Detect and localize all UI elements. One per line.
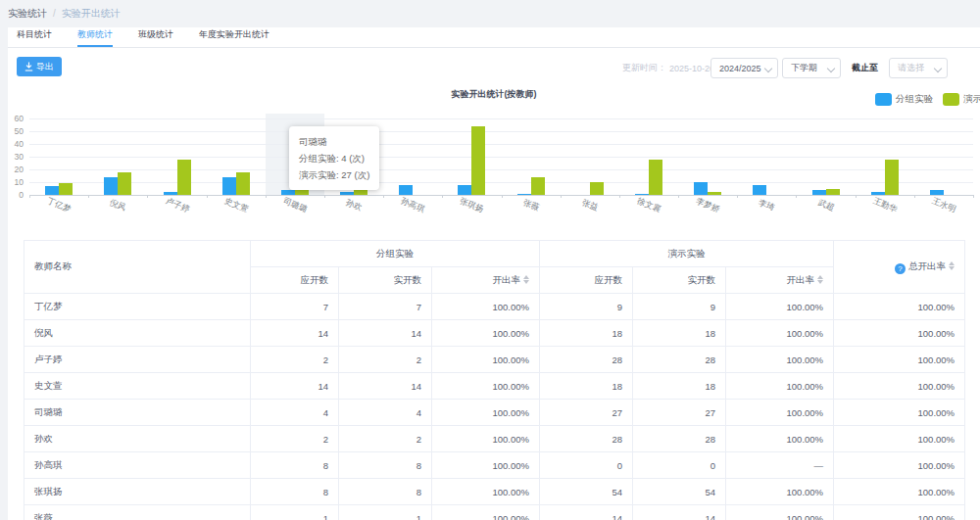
value-cell: 14 xyxy=(339,373,432,400)
bar-分组实验-张薇[interactable] xyxy=(517,194,531,195)
tab-bar: 科目统计教师统计班级统计年度实验开出统计 xyxy=(8,27,980,48)
bar-演示实验-张益[interactable] xyxy=(590,182,604,195)
value-cell: 0 xyxy=(633,452,726,479)
bar-演示实验-张琪扬[interactable] xyxy=(471,126,485,195)
x-axis-label: 武超 xyxy=(815,197,835,213)
bar-演示实验-卢子婷[interactable] xyxy=(177,160,191,195)
breadcrumb-item-parent[interactable]: 实验统计 xyxy=(8,7,47,21)
bar-分组实验-徐文襄[interactable] xyxy=(635,194,649,195)
term-select[interactable]: 下学期 xyxy=(782,58,841,78)
bar-分组实验-孙欢[interactable] xyxy=(340,192,354,195)
bar-分组实验-史文萱[interactable] xyxy=(222,177,236,195)
school-year-select[interactable]: 2024/2025 xyxy=(710,58,778,78)
col-header-0-1: 实开数 xyxy=(339,267,432,294)
value-cell: 28 xyxy=(540,426,633,452)
bar-分组实验-李琦[interactable] xyxy=(753,185,766,195)
value-cell: 100.00% xyxy=(834,400,965,426)
col-group-0: 分组实验 xyxy=(251,241,540,267)
sort-icon[interactable] xyxy=(817,274,823,285)
update-time-label: 更新时间： xyxy=(622,62,666,74)
gridline xyxy=(29,182,973,183)
col-header-total-rate[interactable]: ?总开出率 xyxy=(834,241,965,294)
table-row: 丁亿梦77100.00%99100.00%100.00% xyxy=(24,294,965,320)
bar-演示实验-倪风[interactable] xyxy=(118,172,131,195)
bar-分组实验-武超[interactable] xyxy=(812,190,826,195)
x-axis-label: 司璐璐 xyxy=(281,196,309,216)
bar-分组实验-王勤华[interactable] xyxy=(871,192,885,195)
table-row: 司璐璐44100.00%2727100.00%100.00% xyxy=(24,400,965,426)
bar-演示实验-张薇[interactable] xyxy=(531,177,545,195)
content-card: 科目统计教师统计班级统计年度实验开出统计 导出 更新时间： 2025-10-26… xyxy=(8,27,980,520)
tab-2[interactable]: 班级统计 xyxy=(138,30,173,47)
gridline xyxy=(29,118,973,119)
bar-演示实验-史文萱[interactable] xyxy=(236,172,250,195)
x-axis-tick xyxy=(796,195,797,198)
deadline-select[interactable]: 请选择 xyxy=(889,58,948,78)
deadline-label: 截止至 xyxy=(852,58,878,78)
x-axis-tick xyxy=(266,195,267,198)
bar-分组实验-丁亿梦[interactable] xyxy=(45,186,59,195)
gridline xyxy=(29,157,973,158)
value-cell: 54 xyxy=(540,479,633,505)
chart-plot[interactable]: 0102030405060丁亿梦倪风卢子婷史文萱司璐璐孙欢孙高琪张琪扬张薇张益徐… xyxy=(8,86,980,228)
bar-演示实验-武超[interactable] xyxy=(826,189,840,196)
col-header-1-2[interactable]: 开出率 xyxy=(726,267,834,294)
sort-icon[interactable] xyxy=(523,274,529,285)
bar-chart: 实验开出统计(按教师) 0102030405060丁亿梦倪风卢子婷史文萱司璐璐孙… xyxy=(8,86,980,228)
value-cell: 14 xyxy=(251,320,339,347)
y-axis-label: 30 xyxy=(8,152,24,162)
value-cell: 27 xyxy=(633,400,726,426)
value-cell: 18 xyxy=(540,320,633,347)
teacher-name-cell: 孙高琪 xyxy=(24,452,251,479)
value-cell: 8 xyxy=(251,479,339,505)
bar-演示实验-徐文襄[interactable] xyxy=(649,160,662,195)
y-axis-label: 40 xyxy=(8,139,24,149)
tab-3[interactable]: 年度实验开出统计 xyxy=(199,30,270,47)
bar-演示实验-王勤华[interactable] xyxy=(885,160,899,195)
x-axis-label: 王勤华 xyxy=(871,196,899,216)
bar-分组实验-司璐璐[interactable] xyxy=(281,190,295,195)
export-button[interactable]: 导出 xyxy=(17,57,62,76)
bar-分组实验-王水明[interactable] xyxy=(930,190,944,195)
y-axis-label: 20 xyxy=(8,165,24,174)
legend-item-演示实验[interactable]: 演示实验 xyxy=(943,93,980,106)
x-axis-label: 徐文襄 xyxy=(635,196,662,216)
legend-item-分组实验[interactable]: 分组实验 xyxy=(875,93,933,106)
bar-演示实验-丁亿梦[interactable] xyxy=(59,183,73,195)
info-icon[interactable]: ? xyxy=(895,263,906,274)
x-axis-tick xyxy=(207,195,208,198)
value-cell: 9 xyxy=(540,294,633,320)
x-axis-tick xyxy=(383,195,384,198)
x-axis-tick xyxy=(88,195,89,198)
x-axis-tick xyxy=(561,195,562,198)
x-axis-tick xyxy=(914,195,915,198)
value-cell: 27 xyxy=(540,400,633,426)
bar-分组实验-张琪扬[interactable] xyxy=(458,185,471,195)
term-value: 下学期 xyxy=(791,62,817,74)
bar-分组实验-卢子婷[interactable] xyxy=(164,192,177,195)
chevron-down-icon xyxy=(764,65,772,72)
col-header-0-2[interactable]: 开出率 xyxy=(432,267,540,294)
x-axis-label: 李琦 xyxy=(757,197,776,213)
teacher-name-cell: 张琪扬 xyxy=(24,479,251,505)
bar-分组实验-李梦娇[interactable] xyxy=(694,182,708,195)
chevron-down-icon xyxy=(827,65,835,72)
x-axis-tick xyxy=(442,195,443,198)
table-row: 张薇11100.00%1414100.00%100.00% xyxy=(24,505,965,520)
value-cell: 4 xyxy=(339,400,432,426)
value-cell: 100.00% xyxy=(726,347,834,373)
value-cell: 7 xyxy=(339,294,432,320)
tab-1[interactable]: 教师统计 xyxy=(77,30,113,47)
bar-分组实验-倪风[interactable] xyxy=(104,177,118,195)
breadcrumb-item-current: 实验开出统计 xyxy=(62,7,121,21)
bar-演示实验-李梦娇[interactable] xyxy=(708,192,721,195)
sort-icon[interactable] xyxy=(949,260,955,271)
x-axis-label: 孙高琪 xyxy=(399,196,426,216)
tab-0[interactable]: 科目统计 xyxy=(17,30,52,47)
x-axis-label: 倪风 xyxy=(108,197,127,213)
x-axis-label: 李梦娇 xyxy=(694,196,721,216)
y-axis-label: 10 xyxy=(8,177,24,187)
bar-分组实验-孙高琪[interactable] xyxy=(399,185,413,195)
value-cell: 18 xyxy=(633,320,726,347)
x-axis-label: 丁亿梦 xyxy=(45,196,73,216)
